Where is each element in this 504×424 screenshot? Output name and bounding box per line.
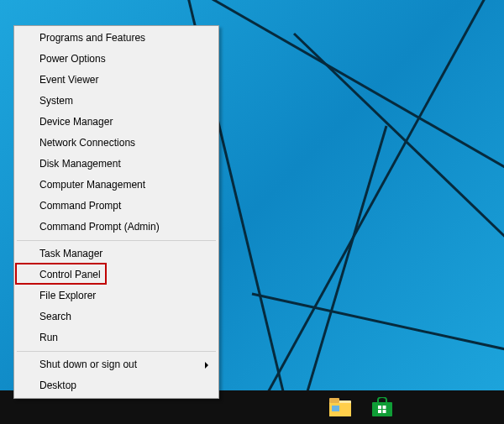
file-explorer-icon[interactable]	[326, 395, 354, 420]
svg-line-5	[294, 126, 386, 424]
svg-rect-11	[378, 406, 381, 409]
menu-item-label: File Explorer	[39, 290, 96, 301]
store-icon[interactable]	[368, 395, 396, 420]
menu-item-label: Computer Management	[39, 179, 145, 191]
svg-line-4	[252, 294, 504, 353]
menu-item-desktop[interactable]: Desktop	[16, 375, 217, 396]
menu-item-label: Search	[39, 311, 71, 322]
menu-item-shut-down-or-sign-out[interactable]: Shut down or sign out	[16, 354, 217, 375]
menu-item-system[interactable]: System	[16, 91, 217, 112]
menu-item-command-prompt[interactable]: Command Prompt	[16, 196, 217, 217]
menu-separator	[17, 351, 216, 352]
menu-item-power-options[interactable]: Power Options	[16, 49, 217, 70]
menu-item-computer-management[interactable]: Computer Management	[16, 175, 217, 196]
submenu-arrow-icon	[205, 362, 208, 369]
menu-item-programs-and-features[interactable]: Programs and Features	[16, 28, 217, 49]
svg-rect-13	[378, 410, 381, 413]
menu-item-label: Run	[39, 332, 58, 343]
svg-rect-9	[332, 406, 339, 411]
menu-item-command-prompt-admin[interactable]: Command Prompt (Admin)	[16, 217, 217, 238]
menu-item-label: Shut down or sign out	[39, 359, 137, 370]
svg-line-0	[185, 0, 504, 176]
menu-item-task-manager[interactable]: Task Manager	[16, 243, 217, 264]
svg-rect-7	[329, 398, 339, 403]
menu-item-label: Device Manager	[39, 116, 113, 128]
svg-rect-14	[383, 410, 386, 413]
menu-item-label: Disk Management	[39, 158, 121, 170]
winx-context-menu: Programs and FeaturesPower OptionsEvent …	[13, 25, 219, 399]
menu-item-label: System	[39, 95, 73, 107]
svg-line-3	[294, 34, 504, 252]
menu-item-label: Power Options	[39, 53, 106, 65]
menu-item-file-explorer[interactable]: File Explorer	[16, 285, 217, 306]
menu-item-label: Desktop	[39, 380, 76, 391]
menu-item-label: Command Prompt	[39, 200, 121, 212]
svg-line-2	[244, 0, 504, 424]
menu-item-event-viewer[interactable]: Event Viewer	[16, 70, 217, 91]
menu-item-disk-management[interactable]: Disk Management	[16, 154, 217, 175]
svg-rect-12	[383, 406, 386, 409]
menu-item-network-connections[interactable]: Network Connections	[16, 133, 217, 154]
menu-item-search[interactable]: Search	[16, 306, 217, 327]
menu-item-label: Control Panel	[39, 269, 101, 280]
menu-separator	[17, 240, 216, 241]
menu-item-label: Network Connections	[39, 137, 135, 149]
menu-item-label: Command Prompt (Admin)	[39, 221, 160, 233]
menu-item-label: Task Manager	[39, 248, 102, 259]
menu-item-control-panel[interactable]: Control Panel	[16, 264, 217, 285]
menu-item-run[interactable]: Run	[16, 327, 217, 348]
menu-item-device-manager[interactable]: Device Manager	[16, 112, 217, 133]
svg-rect-10	[372, 402, 392, 416]
menu-item-label: Programs and Features	[39, 32, 145, 44]
menu-item-label: Event Viewer	[39, 74, 98, 86]
